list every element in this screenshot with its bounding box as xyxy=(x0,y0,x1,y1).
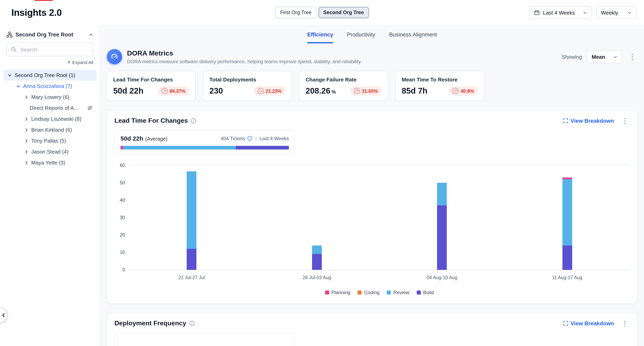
tab-efficiency[interactable]: Efficiency xyxy=(308,25,333,43)
calendar-icon xyxy=(534,10,540,15)
tree-item-label: Tony Pallas (5) xyxy=(31,138,66,144)
tab-productivity[interactable]: Productivity xyxy=(347,25,375,43)
dist-segment-planning xyxy=(120,146,123,150)
x-tick-label: 04 Aug-10 Aug xyxy=(380,270,504,280)
x-tick-label: 21 Jul-27 Jul xyxy=(129,270,254,280)
chevron-down-icon[interactable] xyxy=(16,84,21,89)
legend-item-planning[interactable]: Planning xyxy=(325,290,350,295)
chevron-right-icon[interactable] xyxy=(24,149,29,154)
dist-segment-review xyxy=(123,146,236,150)
x-tick-label: 28 Jul-03 Aug xyxy=(254,270,380,280)
lead-time-summary: 50d 22h (Average) 404 Tickets | Last 4 W… xyxy=(114,130,295,154)
delta-badge: ↗ 31.63% xyxy=(350,86,382,96)
date-range-select[interactable]: Last 4 Weeks xyxy=(529,6,592,19)
tree-item-brian-kirkland[interactable]: Brian Kirkland (6) xyxy=(3,124,96,135)
sidebar-collapse-handle[interactable] xyxy=(0,308,7,323)
insights-app: Insights 2.0 First Org Tree Second Org T… xyxy=(0,0,644,346)
deployment-frequency-title: Deployment Frequency xyxy=(114,320,186,327)
org-tree-toggle: First Org Tree Second Org Tree xyxy=(274,6,370,19)
lead-time-chart: 0102030405060 21 Jul-27 Jul28 Jul-03 Aug… xyxy=(114,165,630,297)
tree-item-lindsay-liszewski[interactable]: Lindsay Liszewski (8) xyxy=(3,113,96,124)
average-label: (Average) xyxy=(145,136,168,142)
metric-card-total-deployments[interactable]: Total Deployments 230 ↘ 21.23% xyxy=(203,71,292,101)
bar-segment-build xyxy=(562,246,572,270)
legend-item-build[interactable]: Build xyxy=(416,290,434,295)
lead-time-legend: PlanningCodingReviewBuild xyxy=(129,290,630,297)
chevron-right-icon[interactable] xyxy=(24,127,29,132)
bar-segment-review xyxy=(187,172,196,249)
legend-item-review[interactable]: Review xyxy=(387,290,410,295)
dora-logo-icon xyxy=(107,49,122,64)
info-icon[interactable] xyxy=(247,136,252,141)
sidebar-search xyxy=(6,42,93,56)
metric-card-lead-time[interactable]: Lead Time For Changes 50d 22h ↗ 84.37% xyxy=(107,71,196,101)
chevron-down-icon xyxy=(583,10,587,15)
delta-value: 84.37% xyxy=(170,89,186,93)
stacked-bar-4[interactable] xyxy=(562,165,572,270)
stacked-bar-2[interactable] xyxy=(312,165,322,270)
tree-item-label: Direct Reports of A... xyxy=(30,105,78,111)
stacked-bar-3[interactable] xyxy=(437,165,447,270)
expand-corners-icon xyxy=(563,321,568,326)
tree-item-label: Mary Lowery (6) xyxy=(31,94,70,100)
chevron-right-icon[interactable] xyxy=(24,138,29,143)
filter-sliders-icon[interactable] xyxy=(87,105,92,111)
sidebar-root-label: Second Org Tree Root xyxy=(16,32,73,38)
chevron-down-icon[interactable] xyxy=(7,73,12,78)
delta-badge: ↗ 84.37% xyxy=(158,86,189,96)
tab-business-alignment[interactable]: Business Alignment xyxy=(389,25,437,43)
chevron-right-icon[interactable] xyxy=(24,160,29,165)
tree-item-tony-pallas[interactable]: Tony Pallas (5) xyxy=(3,135,96,146)
search-input[interactable] xyxy=(20,46,89,53)
info-icon[interactable] xyxy=(191,118,196,124)
kebab-menu-icon[interactable]: ⋮ xyxy=(620,117,630,124)
bar-segment-review xyxy=(562,179,572,246)
legend-label: Review xyxy=(394,290,410,295)
tree-item-root[interactable]: Second Org Tree Root (1) xyxy=(3,70,96,81)
granularity-select[interactable]: Weekly xyxy=(596,6,637,19)
lead-time-title: Lead Time For Changes xyxy=(114,117,188,124)
tree-item-direct-reports[interactable]: Direct Reports of A... xyxy=(3,103,96,113)
tree-item-label: Maya Yette (3) xyxy=(31,160,65,166)
phase-distribution-bar xyxy=(120,146,289,150)
org-tree-sidebar: Second Org Tree Root Expand All xyxy=(0,25,100,346)
tree-item-anna-scozzafava[interactable]: Anna Scozzafava (7) xyxy=(3,81,96,92)
date-range-value: Last 4 Weeks xyxy=(543,9,580,15)
trend-arrow-icon: ↗ xyxy=(354,88,360,94)
dora-subtitle: DORA metrics measure software delivery p… xyxy=(127,59,362,64)
tree-item-jason-stead[interactable]: Jason Stead (4) xyxy=(3,146,96,157)
legend-swatch xyxy=(416,291,420,295)
org-chart-icon xyxy=(6,32,12,38)
first-org-tree-button[interactable]: First Org Tree xyxy=(275,7,316,18)
showing-label: Showing xyxy=(562,54,582,60)
main-tabs: Efficiency Productivity Business Alignme… xyxy=(100,25,644,43)
showing-select[interactable]: Mean xyxy=(587,50,622,63)
view-breakdown-button[interactable]: View Breakdown xyxy=(563,320,614,326)
sidebar-header: Second Org Tree Root xyxy=(0,25,100,38)
metric-card-mean-time-to-restore[interactable]: Mean Time To Restore 85d 7h ↗ 40.8% xyxy=(395,71,484,101)
legend-label: Coding xyxy=(364,290,380,295)
metric-card-change-failure-rate[interactable]: Change Failure Rate 208.26% ↗ 31.63% xyxy=(299,71,388,101)
expand-all-button[interactable]: Expand All xyxy=(0,60,93,65)
tree-item-mary-lowery[interactable]: Mary Lowery (6) xyxy=(3,92,96,103)
bar-segment-planning xyxy=(562,177,572,179)
chevron-up-icon[interactable] xyxy=(88,32,93,37)
kebab-menu-icon[interactable]: ⋮ xyxy=(627,53,638,60)
dora-metric-cards: Lead Time For Changes 50d 22h ↗ 84.37% T… xyxy=(107,71,638,101)
tree-item-maya-yette[interactable]: Maya Yette (3) xyxy=(3,157,96,168)
kebab-menu-icon[interactable]: ⋮ xyxy=(620,320,630,327)
bar-segment-build xyxy=(312,254,322,270)
top-bar: Insights 2.0 First Org Tree Second Org T… xyxy=(0,0,644,25)
stacked-bar-1[interactable] xyxy=(187,165,196,270)
legend-swatch xyxy=(387,291,391,295)
chevron-right-icon[interactable] xyxy=(24,95,29,99)
legend-item-coding[interactable]: Coding xyxy=(358,290,380,295)
metric-value: 208.26 xyxy=(306,86,330,96)
y-tick-label: 0 xyxy=(113,267,125,272)
chevron-right-icon[interactable] xyxy=(24,117,29,121)
second-org-tree-button[interactable]: Second Org Tree xyxy=(318,7,369,18)
tree-item-label: Jason Stead (4) xyxy=(31,149,68,155)
view-breakdown-button[interactable]: View Breakdown xyxy=(563,118,614,124)
delta-value: 31.63% xyxy=(362,89,378,93)
info-icon[interactable] xyxy=(189,321,195,326)
